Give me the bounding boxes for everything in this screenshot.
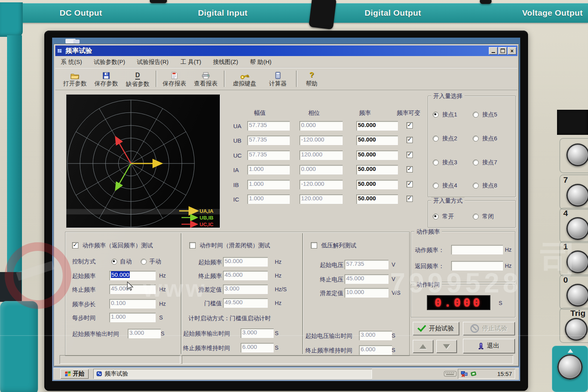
task-button-freq-test[interactable]: 频率试验 xyxy=(93,369,372,379)
menu-test-report[interactable]: 试验报告(R) xyxy=(137,58,169,66)
scroll-down-button[interactable] xyxy=(436,340,457,353)
amplitude-input[interactable]: 57.735 xyxy=(247,121,290,131)
contact4-radio[interactable] xyxy=(433,183,439,189)
threshold-input[interactable]: 49.500 xyxy=(223,298,268,308)
start-freq-input[interactable]: 50.000 xyxy=(109,271,156,280)
return-freq-result-input[interactable] xyxy=(451,261,503,270)
view-report-button[interactable]: 查看报表 xyxy=(190,71,221,87)
open-params-button[interactable]: 打开参数 xyxy=(59,71,91,87)
contact7-label[interactable]: 接点7 xyxy=(482,159,497,166)
terminal-knob-trig[interactable] xyxy=(565,318,588,341)
default-params-button[interactable]: D 缺省参数 xyxy=(122,70,153,88)
freq-variable-checkbox[interactable] xyxy=(407,166,413,172)
help-button[interactable]: ? 帮助 xyxy=(299,71,324,87)
contact5-radio[interactable] xyxy=(473,112,479,118)
amplitude-input[interactable]: 1.000 xyxy=(247,194,290,204)
action-freq-result-input[interactable] xyxy=(451,245,503,254)
contact2-label[interactable]: 接点2 xyxy=(442,135,457,142)
close-button[interactable]: × xyxy=(508,47,516,54)
frequency-input[interactable]: 50.000 xyxy=(356,136,398,145)
scroll-up-button[interactable] xyxy=(413,340,433,353)
start-freq-output-time-input[interactable]: 3.000 xyxy=(128,329,161,338)
freq-variable-checkbox[interactable] xyxy=(407,181,413,187)
terminal-knob-7[interactable] xyxy=(566,184,588,207)
normally-closed-label[interactable]: 常闭 xyxy=(482,213,494,220)
low-voltage-test-checkbox[interactable] xyxy=(311,242,317,249)
phase-input[interactable]: 120.000 xyxy=(299,194,343,204)
terminal-knob-1[interactable] xyxy=(566,250,588,273)
normally-closed-radio[interactable] xyxy=(473,214,479,220)
stop-test-button[interactable]: 停止试验 xyxy=(463,322,515,335)
frequency-input[interactable]: 50.000 xyxy=(356,180,398,189)
end-freq-input[interactable]: 45.000 xyxy=(109,285,156,294)
freq-variable-checkbox[interactable] xyxy=(407,196,413,202)
phase-input[interactable]: 0.000 xyxy=(299,165,343,174)
terminal-knob[interactable] xyxy=(566,143,588,166)
calculator-button[interactable]: 计算器 xyxy=(262,71,294,87)
p2-hold-time-input[interactable]: 6.000 xyxy=(241,343,274,352)
freq-variable-checkbox[interactable] xyxy=(407,137,413,143)
start-button[interactable]: 开始 xyxy=(60,369,89,379)
terminal-knob-teal[interactable] xyxy=(557,354,583,379)
p2-start-freq-input[interactable]: 50.000 xyxy=(223,257,268,267)
manual-radio[interactable] xyxy=(141,259,147,265)
contact8-label[interactable]: 接点8 xyxy=(482,182,497,189)
menu-tools[interactable]: 工 具(T) xyxy=(180,58,201,66)
menu-help[interactable]: 帮 助(H) xyxy=(250,58,271,66)
amplitude-input[interactable]: 57.735 xyxy=(247,151,290,160)
contact8-radio[interactable] xyxy=(473,183,479,189)
contact6-radio[interactable] xyxy=(473,136,479,142)
contact7-radio[interactable] xyxy=(473,160,479,165)
network-status-icon[interactable] xyxy=(461,371,468,377)
contact1-label[interactable]: 接点1 xyxy=(442,111,457,118)
menu-test-params[interactable]: 试验参数(P) xyxy=(94,58,125,66)
minimize-button[interactable] xyxy=(489,47,497,54)
freq-step-input[interactable]: 0.100 xyxy=(109,299,156,309)
maximize-button[interactable] xyxy=(498,47,507,54)
desktop-icon[interactable] xyxy=(63,38,82,44)
freq-action-test-checkbox[interactable] xyxy=(72,242,78,249)
phase-input[interactable]: -120.000 xyxy=(299,136,343,145)
contact1-radio[interactable] xyxy=(433,112,439,118)
terminal-knob-0[interactable] xyxy=(566,284,588,307)
title-bar[interactable]: 频率试验 × xyxy=(55,45,517,56)
phase-input[interactable]: -120.000 xyxy=(299,180,343,189)
start-voltage-input[interactable]: 57.735 xyxy=(345,260,388,269)
end-voltage-input[interactable]: 45.000 xyxy=(345,274,388,284)
frequency-input[interactable]: 50.000 xyxy=(356,165,398,174)
normally-open-label[interactable]: 常开 xyxy=(442,213,454,220)
menu-wiring-diagram[interactable]: 接线图(Z) xyxy=(213,58,238,66)
freq-variable-checkbox[interactable] xyxy=(407,122,413,129)
contact5-label[interactable]: 接点5 xyxy=(482,111,497,118)
p3-hold-time-input[interactable]: 6.000 xyxy=(359,345,392,355)
freq-variable-checkbox[interactable] xyxy=(407,152,413,158)
p3-output-time-input[interactable]: 3.000 xyxy=(359,331,392,340)
contact2-radio[interactable] xyxy=(433,136,439,142)
frequency-input[interactable]: 50.000 xyxy=(356,121,398,131)
exit-button[interactable]: 退出 xyxy=(463,339,515,353)
contact6-label[interactable]: 接点6 xyxy=(482,135,497,142)
contact4-label[interactable]: 接点4 xyxy=(442,182,457,189)
normally-open-radio[interactable] xyxy=(433,214,439,220)
phase-input[interactable]: 120.000 xyxy=(299,151,343,160)
v-slip-setting-input[interactable]: 10.000 xyxy=(345,288,388,298)
save-params-button[interactable]: 保存参数 xyxy=(91,71,122,87)
amplitude-input[interactable]: 1.000 xyxy=(247,180,290,189)
auto-label[interactable]: 自动 xyxy=(120,258,132,265)
step-time-input[interactable]: 1.000 xyxy=(109,313,156,322)
security-tray-icon[interactable] xyxy=(470,371,477,377)
auto-radio[interactable] xyxy=(111,259,117,265)
amplitude-input[interactable]: 1.000 xyxy=(247,165,290,174)
phase-input[interactable]: 0.000 xyxy=(299,121,343,131)
contact3-radio[interactable] xyxy=(433,160,439,165)
virtual-keyboard-button[interactable]: 虚拟键盘 xyxy=(227,71,262,87)
keyboard-tray-icon[interactable] xyxy=(444,370,457,377)
save-report-button[interactable]: 保存报表 xyxy=(159,71,190,87)
menu-system[interactable]: 系 统(S) xyxy=(61,58,82,66)
amplitude-input[interactable]: 57.735 xyxy=(247,136,290,145)
start-test-button[interactable]: 开始试验 xyxy=(413,322,459,335)
frequency-input[interactable]: 50.000 xyxy=(356,194,398,204)
slip-setting-input[interactable]: 3.000 xyxy=(223,285,268,294)
p2-output-time-input[interactable]: 3.000 xyxy=(241,328,274,338)
action-time-test-checkbox[interactable] xyxy=(189,242,196,249)
